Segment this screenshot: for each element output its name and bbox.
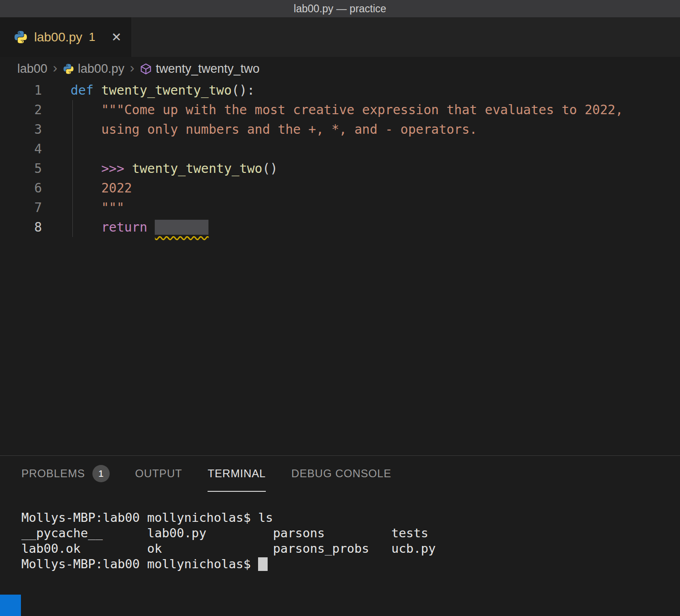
code-token — [147, 220, 155, 235]
code-text: return — [71, 220, 208, 235]
chevron-right-icon: › — [53, 60, 57, 76]
code-token: twenty_twenty_two — [101, 83, 232, 98]
code-token: using only numbers and the +, *, and - o… — [71, 122, 477, 137]
python-icon — [63, 63, 74, 75]
terminal-output[interactable]: Mollys-MBP:lab00 mollynicholas$ ls__pyca… — [0, 510, 680, 573]
code-token: (): — [232, 83, 255, 98]
close-icon[interactable]: ✕ — [111, 30, 122, 45]
code-text: using only numbers and the +, *, and - o… — [71, 122, 477, 137]
code-editor[interactable]: 1def twenty_twenty_two():2 """Come up wi… — [0, 81, 680, 455]
code-token: twenty_twenty_two — [132, 161, 263, 176]
tab-lab00-py[interactable]: lab00.py 1 ✕ — [0, 17, 132, 57]
tab-debug-console[interactable]: DEBUG CONSOLE — [291, 456, 391, 492]
panel-tab-label: PROBLEMS — [21, 467, 85, 480]
tab-problems[interactable]: PROBLEMS 1 — [21, 456, 110, 492]
terminal-line: Mollys-MBP:lab00 mollynicholas$ ls — [21, 510, 680, 525]
code-token: () — [262, 161, 278, 176]
code-line[interactable]: 3 using only numbers and the +, *, and -… — [0, 120, 680, 139]
indent-guide — [72, 100, 73, 237]
code-line[interactable]: 6 2022 — [0, 178, 680, 198]
code-line[interactable]: 1def twenty_twenty_two(): — [0, 81, 680, 100]
terminal-line: lab00.ok ok parsons_probs ucb.py — [21, 541, 680, 556]
symbol-method-icon — [140, 63, 152, 75]
tab-bar: lab00.py 1 ✕ — [0, 17, 680, 57]
code-token: """Come up with the most creative expres… — [71, 102, 623, 117]
code-line[interactable]: 7 """ — [0, 198, 680, 217]
code-text: 2022 — [71, 181, 132, 196]
window-title: lab00.py — practice — [294, 3, 386, 15]
bottom-panel: PROBLEMS 1 OUTPUT TERMINAL DEBUG CONSOLE… — [0, 455, 680, 616]
code-lines: 1def twenty_twenty_two():2 """Come up wi… — [0, 81, 680, 237]
tab-problem-count: 1 — [89, 30, 95, 44]
breadcrumb-file[interactable]: lab00.py — [78, 62, 124, 76]
panel-tab-label: TERMINAL — [208, 467, 266, 480]
problems-count-badge: 1 — [92, 465, 110, 482]
code-token: >>> — [101, 161, 132, 176]
vscode-window: lab00.py — practice lab00.py 1 ✕ lab00 ›… — [0, 0, 680, 616]
tab-terminal[interactable]: TERMINAL — [208, 456, 266, 492]
code-text: """ — [71, 200, 124, 215]
line-number: 5 — [0, 161, 42, 176]
line-number: 2 — [0, 102, 42, 117]
terminal-cursor — [258, 557, 268, 571]
tab-label: lab00.py — [34, 30, 82, 45]
warning-squiggle-selection — [155, 220, 208, 235]
line-number: 6 — [0, 181, 42, 196]
code-token: def — [71, 83, 94, 98]
code-token — [71, 161, 101, 176]
panel-tab-bar: PROBLEMS 1 OUTPUT TERMINAL DEBUG CONSOLE — [0, 456, 680, 492]
line-number: 8 — [0, 220, 42, 235]
code-token: """ — [71, 200, 124, 215]
line-number: 1 — [0, 83, 42, 98]
terminal-line: __pycache__ lab00.py parsons tests — [21, 525, 680, 541]
panel-tab-label: DEBUG CONSOLE — [291, 467, 391, 480]
titlebar[interactable]: lab00.py — practice — [0, 0, 680, 17]
code-line[interactable]: 4 — [0, 139, 680, 159]
code-token — [94, 83, 101, 98]
code-token: return — [101, 220, 147, 235]
code-line[interactable]: 5 >>> twenty_twenty_two() — [0, 159, 680, 178]
code-text: """Come up with the most creative expres… — [71, 102, 623, 117]
line-number: 7 — [0, 200, 42, 215]
code-line[interactable]: 2 """Come up with the most creative expr… — [0, 100, 680, 120]
breadcrumb: lab00 › lab00.py › twenty_twenty_two — [0, 57, 680, 81]
breadcrumb-folder[interactable]: lab00 — [17, 62, 47, 76]
remote-indicator[interactable] — [0, 595, 21, 616]
code-line[interactable]: 8 return — [0, 217, 680, 237]
panel-tab-label: OUTPUT — [135, 467, 182, 480]
line-number: 4 — [0, 141, 42, 157]
code-token — [71, 220, 101, 235]
line-number: 3 — [0, 122, 42, 137]
tab-output[interactable]: OUTPUT — [135, 456, 182, 492]
code-text: def twenty_twenty_two(): — [71, 83, 255, 98]
breadcrumb-symbol[interactable]: twenty_twenty_two — [156, 62, 259, 76]
terminal-line: Mollys-MBP:lab00 mollynicholas$ — [21, 556, 680, 573]
chevron-right-icon: › — [130, 60, 134, 76]
code-text: >>> twenty_twenty_two() — [71, 161, 278, 176]
python-icon — [14, 30, 28, 44]
code-token: 2022 — [71, 181, 132, 196]
